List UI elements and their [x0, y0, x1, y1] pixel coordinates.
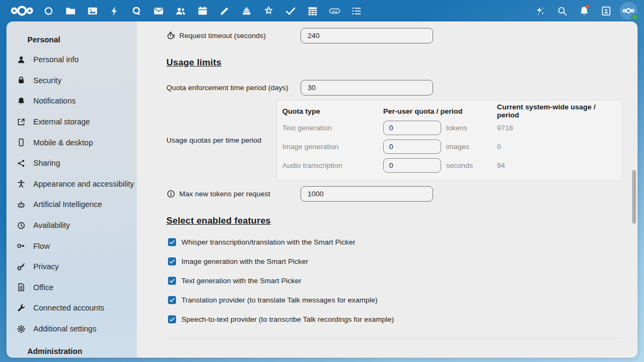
settings-app-frame: Personal Personal info Security Notifica… — [6, 21, 638, 358]
quota-type-header: Quota type — [282, 107, 383, 115]
quota-unit: images — [446, 143, 470, 151]
forms-app-icon[interactable] — [346, 0, 368, 21]
accessibility-icon — [17, 179, 26, 188]
flow-arrow-icon — [17, 241, 26, 250]
status-online-dot — [631, 13, 639, 21]
max-tokens-input[interactable] — [301, 186, 433, 202]
timer-alert-icon — [166, 31, 175, 40]
ai-settings-content: Request timeout (seconds) Usage limits Q… — [137, 21, 638, 358]
sidebar-item-label: Security — [33, 76, 61, 85]
quota-period-label: Quota enforcement time period (days) — [166, 84, 288, 92]
sidebar-item-label: External storage — [33, 117, 90, 126]
per-user-quota-header: Per-user quota / period — [383, 107, 497, 115]
nextcloud-logo-icon[interactable] — [6, 0, 38, 21]
sidebar-item-notifications[interactable]: Notifications — [6, 91, 137, 112]
tables-app-icon[interactable] — [302, 0, 324, 21]
ocs-app-icon[interactable] — [324, 0, 346, 21]
activity-app-icon[interactable] — [104, 0, 126, 21]
feature-text-generation-checkbox-row[interactable]: Text generation with the Smart Picker — [168, 277, 623, 285]
max-tokens-label-group: Max new tokens per request — [166, 189, 301, 198]
robot-icon — [17, 200, 26, 209]
sidebar-item-availability[interactable]: Availability — [6, 215, 137, 236]
feature-speech-to-text-checkbox-row[interactable]: Speech-to-text provider (to transcribe T… — [168, 315, 623, 323]
request-timeout-label: Request timeout (seconds) — [179, 32, 266, 40]
sidebar-item-mobile-desktop[interactable]: Mobile & desktop — [6, 132, 137, 153]
dashboard-app-icon[interactable] — [38, 0, 60, 21]
sidebar-item-label: Sharing — [33, 159, 60, 167]
talk-app-icon[interactable] — [126, 0, 148, 21]
quota-table: Quota type Per-user quota / period Curre… — [276, 100, 623, 181]
tasks-app-icon[interactable] — [280, 0, 302, 21]
checkbox-checked-icon[interactable] — [168, 238, 176, 246]
sidebar-item-additional-settings[interactable]: Additional settings — [6, 319, 137, 339]
deck-app-icon[interactable] — [236, 0, 258, 21]
sidebar-item-label: Flow — [33, 242, 50, 250]
feature-image-generation-checkbox-row[interactable]: Image generation with the Smart Picker — [168, 257, 623, 265]
request-timeout-label-group: Request timeout (seconds) — [166, 31, 301, 40]
sidebar-item-privacy[interactable]: Privacy — [6, 256, 137, 277]
max-tokens-row: Max new tokens per request — [166, 186, 623, 202]
sidebar-item-label: Privacy — [33, 262, 59, 271]
quota-period-label-group: Quota enforcement time period (days) — [166, 84, 301, 92]
sidebar-item-sharing[interactable]: Sharing — [6, 153, 137, 174]
feature-label: Translation provider (to translate Talk … — [181, 296, 377, 304]
sidebar-item-flow[interactable]: Flow — [6, 235, 137, 256]
sidebar-item-personal-info[interactable]: Personal info — [6, 49, 137, 70]
quota-period-row: Quota enforcement time period (days) — [166, 80, 623, 95]
document-icon — [17, 283, 26, 292]
quota-usage-cell: 94 — [497, 161, 617, 169]
request-timeout-row: Request timeout (seconds) — [166, 28, 623, 43]
max-tokens-label: Max new tokens per request — [179, 190, 270, 198]
checkbox-checked-icon[interactable] — [168, 257, 176, 265]
feature-whisper-checkbox-row[interactable]: Whisper transcription/translation with t… — [168, 238, 623, 246]
image-generation-quota-input[interactable] — [383, 139, 441, 154]
request-timeout-input[interactable] — [301, 28, 433, 43]
sidebar-item-security[interactable]: Security — [6, 70, 137, 91]
quota-period-input[interactable] — [301, 80, 433, 95]
key-icon — [17, 262, 26, 271]
gear-icon — [17, 324, 26, 334]
calendar-app-icon[interactable] — [192, 0, 214, 21]
text-generation-quota-input[interactable] — [383, 121, 441, 135]
photos-app-icon[interactable] — [82, 0, 104, 21]
quota-row-image-generation: Image generation images 0 — [277, 137, 622, 156]
content-scrollbar-thumb[interactable] — [632, 170, 636, 224]
sidebar-item-external-storage[interactable]: External storage — [6, 112, 137, 132]
info-icon — [166, 189, 175, 198]
sidebar-heading-personal: Personal — [6, 29, 137, 49]
files-app-icon[interactable] — [60, 0, 82, 21]
quota-type-cell: Audio transcription — [282, 161, 383, 169]
quota-usage-cell: 0 — [497, 143, 617, 151]
sidebar-item-label: Mobile & desktop — [33, 138, 93, 147]
collectives-app-icon[interactable] — [258, 0, 280, 21]
feature-label: Whisper transcription/translation with t… — [181, 238, 355, 246]
checkbox-checked-icon[interactable] — [168, 315, 176, 323]
sidebar-heading-administration: Administration — [6, 341, 137, 358]
feature-label: Speech-to-text provider (to transcribe T… — [181, 315, 394, 323]
sidebar-item-office[interactable]: Office — [6, 277, 137, 298]
contacts-app-icon[interactable] — [170, 0, 192, 21]
sidebar-item-label: Appearance and accessibility — [33, 180, 134, 188]
notifications-bell-icon[interactable] — [573, 0, 595, 21]
sidebar-item-artificial-intelligence[interactable]: Artificial Intelligence — [6, 194, 137, 215]
quota-unit: tokens — [446, 124, 467, 132]
sidebar-item-connected-accounts[interactable]: Connected accounts — [6, 298, 137, 319]
checkbox-checked-icon[interactable] — [168, 296, 176, 304]
audio-transcription-quota-input[interactable] — [383, 158, 441, 173]
person-icon — [17, 55, 26, 64]
top-header-bar — [0, 0, 644, 21]
feature-translation-provider-checkbox-row[interactable]: Translation provider (to translate Talk … — [168, 296, 623, 304]
notification-badge — [586, 5, 589, 9]
phone-icon — [17, 138, 26, 147]
search-icon[interactable] — [551, 0, 573, 21]
contacts-menu-icon[interactable] — [595, 0, 617, 21]
assistant-sparkles-icon[interactable] — [529, 0, 551, 21]
sidebar-item-appearance-accessibility[interactable]: Appearance and accessibility — [6, 174, 137, 195]
user-avatar[interactable] — [620, 3, 636, 19]
quota-type-cell: Text generation — [282, 124, 383, 132]
notes-app-icon[interactable] — [214, 0, 236, 21]
mail-app-icon[interactable] — [148, 0, 170, 21]
sidebar-item-label: Availability — [33, 221, 70, 230]
checkbox-checked-icon[interactable] — [168, 277, 176, 285]
sidebar-item-label: Office — [33, 283, 54, 292]
